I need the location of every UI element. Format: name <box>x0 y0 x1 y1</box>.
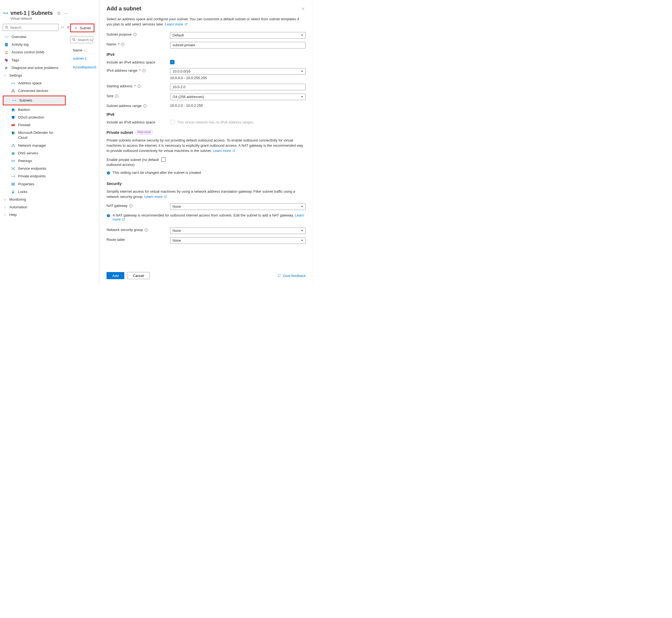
ipv4-range-select[interactable]: 10.0.0.0/16 <box>170 68 306 75</box>
nav-item-overview[interactable]: Overview <box>3 33 66 41</box>
more-icon[interactable] <box>64 11 68 16</box>
learn-more-link[interactable]: Learn more <box>165 22 188 26</box>
nat-gateway-select[interactable]: None <box>170 203 306 210</box>
nav-item-activity-log[interactable]: Activity log <box>3 41 66 48</box>
info-icon[interactable]: i <box>133 33 137 36</box>
address-space-icon <box>11 81 15 85</box>
table-row[interactable]: AzureBastionS <box>70 63 95 72</box>
info-icon <box>106 214 110 218</box>
private-subnet-desc: Private subnets enhance security by not … <box>106 138 306 153</box>
subnet-search-input[interactable] <box>77 37 93 42</box>
expand-collapse-icon[interactable] <box>61 26 64 29</box>
nsg-select[interactable]: None <box>170 227 306 234</box>
include-ipv4-checkbox[interactable] <box>170 60 174 64</box>
svg-point-36 <box>14 168 15 168</box>
subnet-range-label: Subnet address range i <box>106 103 170 108</box>
svg-point-29 <box>14 146 15 147</box>
cancel-button[interactable]: Cancel <box>127 272 150 279</box>
info-icon[interactable]: i <box>115 94 118 98</box>
info-icon[interactable]: i <box>142 69 146 72</box>
nav-item-tags[interactable]: Tags <box>3 57 66 64</box>
nav-item-network-manager[interactable]: Network manager <box>3 142 66 149</box>
svg-point-4 <box>66 13 66 14</box>
chevron-down-icon <box>3 74 7 77</box>
search-icon <box>5 25 8 29</box>
bastion-icon <box>11 108 15 112</box>
nav-item-firewall[interactable]: Firewall <box>3 121 66 129</box>
enable-private-checkbox[interactable] <box>161 158 166 162</box>
nav-item-properties[interactable]: Properties <box>3 180 66 188</box>
nav-item-settings[interactable]: Settings <box>3 72 66 79</box>
nsg-label: Network security group i <box>106 227 170 232</box>
nav-item-bastion[interactable]: Bastion <box>3 106 66 114</box>
info-icon[interactable]: i <box>129 204 133 207</box>
chevron-right-icon <box>3 213 7 216</box>
name-input[interactable]: subnet-private <box>170 42 306 48</box>
svg-rect-25 <box>13 110 14 111</box>
svg-rect-31 <box>12 153 15 154</box>
enable-private-label: Enable private subnet (no default outbou… <box>106 158 161 167</box>
ipv4-range-label: IPv4 address range* i <box>106 68 170 73</box>
security-section-title: Security <box>106 182 306 186</box>
svg-point-21 <box>14 91 15 93</box>
info-icon[interactable]: i <box>143 104 147 108</box>
nat-info-banner: A NAT gateway is recommended for outboun… <box>106 213 306 221</box>
plus-icon: ＋ <box>74 26 78 30</box>
nav-item-private-endpoints[interactable]: Private endpoints <box>3 173 66 180</box>
dns-icon <box>11 151 15 156</box>
starting-address-input[interactable]: 10.0.2.0 <box>170 84 306 90</box>
learn-more-link[interactable]: Learn more <box>144 195 167 199</box>
route-table-select[interactable]: None <box>170 237 306 244</box>
ipv6-section-title: IPv6 <box>106 112 306 117</box>
include-ipv4-label: Include an IPv4 address space <box>106 60 170 65</box>
info-icon[interactable]: i <box>138 85 141 88</box>
give-feedback-link[interactable]: Give feedback <box>277 274 306 278</box>
nav-item-defender[interactable]: Microsoft Defender for Cloud <box>3 129 66 141</box>
svg-rect-40 <box>14 176 15 177</box>
nav-item-service-endpoints[interactable]: Service endpoints <box>3 165 66 173</box>
subnet-purpose-label: Subnet purpose i <box>106 32 170 37</box>
resource-title-row: vnet-1 | Subnets <box>3 10 66 16</box>
column-header-name[interactable]: Name ↑↓ <box>70 48 95 52</box>
subnet-purpose-select[interactable]: Default <box>170 32 306 38</box>
nav-item-automation[interactable]: Automation <box>3 203 66 211</box>
feedback-icon <box>277 274 281 278</box>
svg-rect-30 <box>12 152 15 153</box>
nav-item-subnets[interactable]: Subnets <box>4 97 65 104</box>
favorite-icon[interactable] <box>57 11 61 16</box>
close-button[interactable] <box>301 7 306 11</box>
svg-point-37 <box>11 169 12 170</box>
nav-sidebar: vnet-1 | Subnets Virtual network <box>0 0 68 285</box>
nat-gateway-label: NAT gateway i <box>106 203 170 208</box>
network-manager-icon <box>11 143 15 148</box>
nav-item-ddos[interactable]: DDoS protection <box>3 114 66 121</box>
size-label: Size i <box>106 94 170 99</box>
nav-search-input[interactable] <box>10 25 57 30</box>
nav-item-dns[interactable]: DNS servers <box>3 149 66 157</box>
subnets-icon <box>12 98 16 103</box>
private-info-banner: This setting can't be changed after the … <box>106 171 306 175</box>
nav-item-help[interactable]: Help <box>3 211 66 219</box>
info-icon[interactable]: i <box>145 228 148 231</box>
service-endpoints-icon <box>11 167 15 171</box>
nav-item-locks[interactable]: Locks <box>3 188 66 196</box>
nav-item-iam[interactable]: Access control (IAM) <box>3 48 66 56</box>
nav-item-peerings[interactable]: Peerings <box>3 157 66 165</box>
activity-log-icon <box>4 42 9 47</box>
subnet-search-box[interactable] <box>70 36 93 43</box>
nav-item-diagnose[interactable]: Diagnose and solve problems <box>3 64 66 72</box>
svg-rect-8 <box>7 37 8 37</box>
nav-item-address-space[interactable]: Address space <box>3 79 66 87</box>
add-subnet-panel: Add a subnet Select an address space and… <box>100 0 312 285</box>
nav-item-monitoring[interactable]: Monitoring <box>3 196 66 203</box>
table-row[interactable]: subnet-1 <box>70 54 95 63</box>
peerings-icon <box>11 159 15 163</box>
nav-item-connected-devices[interactable]: Connected devices <box>3 87 66 95</box>
nav-search-box[interactable] <box>3 24 59 31</box>
add-button[interactable]: Add <box>106 272 124 279</box>
learn-more-link[interactable]: Learn more <box>213 148 236 153</box>
info-icon[interactable]: i <box>121 43 124 46</box>
add-subnet-button[interactable]: ＋ Subnet <box>71 24 94 31</box>
svg-rect-43 <box>14 183 14 186</box>
size-select[interactable]: /24 (256 addresses) <box>170 94 306 100</box>
